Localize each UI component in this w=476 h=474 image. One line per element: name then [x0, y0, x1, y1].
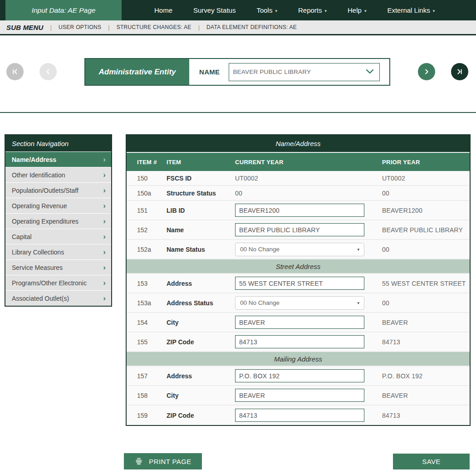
caret-down-icon: ▾	[357, 247, 359, 252]
address-153-input[interactable]	[235, 277, 364, 290]
section-header-mailing-address: Mailing Address	[127, 352, 470, 366]
address-157-input[interactable]	[235, 369, 364, 382]
sub-menu-bar: SUB MENU |USER OPTIONS|STRUCTURE CHANGES…	[0, 20, 476, 35]
prior-year-value: UT0002	[382, 175, 470, 182]
sidebar-item-label: Operating Expenditures	[12, 218, 79, 225]
sidebar-item-label: Operating Revenue	[12, 202, 67, 210]
sidebar-item-label: Population/Outlets/Staff	[12, 187, 79, 194]
item-label: Address	[167, 280, 235, 287]
prior-year-value: BEAVER1200	[382, 207, 470, 214]
sidebar-item-operating-revenue[interactable]: Operating Revenue›	[5, 198, 111, 213]
caret-down-icon: ▾	[357, 301, 359, 305]
name-152-input[interactable]	[235, 223, 364, 236]
table-row-153a: 153aAddress Status00 No Change▾00	[127, 293, 470, 313]
chevron-down-icon	[366, 68, 374, 76]
item-number: 150	[137, 175, 167, 182]
sidebar-item-capital[interactable]: Capital›	[5, 229, 111, 244]
sidebar-item-other-identification[interactable]: Other Identification›	[5, 167, 111, 182]
submenu-separator: |	[198, 24, 200, 31]
city-154-input[interactable]	[235, 316, 364, 329]
city-158-input[interactable]	[235, 389, 364, 402]
previous-record-button[interactable]	[39, 63, 57, 80]
current-year-cell: 00	[235, 189, 382, 197]
chevron-right-icon: ›	[103, 264, 106, 271]
current-year-cell	[235, 369, 382, 382]
current-year-cell	[235, 316, 382, 329]
item-label: ZIP Code	[167, 338, 235, 346]
table-row-157: 157AddressP.O. BOX 192	[127, 366, 470, 386]
item-label: LIB ID	[167, 207, 235, 214]
current-year-cell	[235, 335, 382, 348]
page: Input Data: AE Page HomeSurvey StatusToo…	[0, 0, 476, 474]
last-record-button[interactable]	[451, 63, 468, 80]
table-row-155: 155ZIP Code84713	[127, 332, 470, 352]
column-header-prior-year: PRIOR YEAR	[382, 159, 470, 166]
sidebar-item-service-measures[interactable]: Service Measures›	[5, 259, 111, 275]
entity-name-select[interactable]: BEAVER PUBLIC LIBRARY	[229, 63, 380, 81]
table-row-159: 159ZIP Code84713	[127, 406, 470, 425]
chevron-right-icon: ›	[103, 294, 106, 302]
section-navigation-title: Section Navigation	[5, 135, 111, 151]
item-number: 151	[137, 207, 167, 214]
name-address-table: Name/Address ITEM #ITEMCURRENT YEARPRIOR…	[126, 134, 471, 426]
caret-down-icon: ▾	[433, 9, 435, 13]
save-label: SAVE	[422, 458, 441, 465]
chevron-right-icon	[422, 67, 432, 77]
prior-year-value: 84713	[382, 338, 470, 346]
current-year-value: UT0002	[235, 175, 258, 182]
chevron-right-icon: ›	[103, 186, 106, 194]
skip-to-last-icon	[455, 67, 465, 77]
zip-code-159-input[interactable]	[235, 409, 364, 422]
nav-item-help[interactable]: Help▾	[348, 6, 366, 14]
sidebar-item-population-outlets-staff[interactable]: Population/Outlets/Staff›	[5, 182, 111, 198]
nav-item-external-links[interactable]: External Links▾	[387, 6, 435, 14]
table-row-151: 151LIB IDBEAVER1200	[127, 201, 470, 220]
zip-code-155-input[interactable]	[235, 335, 364, 348]
select-value: 00 No Change	[240, 299, 280, 306]
sidebar-item-operating-expenditures[interactable]: Operating Expenditures›	[5, 213, 111, 229]
item-number: 157	[137, 372, 167, 380]
item-label: FSCS ID	[167, 175, 235, 182]
nav-item-tools[interactable]: Tools▾	[256, 6, 277, 14]
item-number: 150a	[137, 190, 167, 197]
sidebar-item-name-address[interactable]: Name/Address›	[5, 151, 111, 167]
sidebar-item-library-collections[interactable]: Library Collections›	[5, 244, 111, 259]
chevron-right-icon: ›	[103, 171, 106, 179]
sidebar-item-label: Name/Address	[12, 156, 56, 163]
submenu-item-structure-changes-ae[interactable]: STRUCTURE CHANGES: AE	[117, 24, 191, 30]
chevron-right-icon: ›	[103, 248, 106, 256]
sidebar-item-associated-outlet-s[interactable]: Associated Outlet(s)›	[5, 290, 111, 306]
save-button[interactable]: SAVE	[393, 454, 470, 469]
first-record-button[interactable]	[6, 63, 24, 80]
item-number: 159	[137, 412, 167, 419]
chevron-right-icon: ›	[103, 233, 106, 240]
table-row-158: 158CityBEAVER	[127, 386, 470, 406]
table-row-150: 150FSCS IDUT0002UT0002	[127, 171, 470, 186]
prior-year-value: 00	[382, 299, 470, 307]
prior-year-value: BEAVER	[382, 392, 470, 399]
address-status-153a-select[interactable]: 00 No Change▾	[235, 296, 364, 310]
table-row-150a: 150aStructure Status0000	[127, 186, 470, 201]
print-page-button[interactable]: PRINT PAGE	[124, 453, 202, 469]
nav-item-home[interactable]: Home	[154, 6, 172, 14]
nav-item-reports[interactable]: Reports▾	[298, 6, 327, 14]
current-year-cell: UT0002	[235, 174, 382, 182]
nav-item-survey-status[interactable]: Survey Status	[193, 6, 236, 14]
active-page-tab[interactable]: Input Data: AE Page	[5, 0, 122, 20]
submenu-item-data-element-definitions-ae[interactable]: DATA ELEMENT DEFINITIONS: AE	[206, 24, 297, 30]
select-value: 00 No Change	[240, 246, 280, 253]
next-record-button[interactable]	[418, 63, 435, 80]
name-status-152a-select[interactable]: 00 No Change▾	[235, 243, 364, 256]
entity-name-area: NAME BEAVER PUBLIC LIBRARY	[189, 59, 389, 85]
column-header-current-year: CURRENT YEAR	[235, 159, 382, 166]
sidebar-item-programs-other-electronic[interactable]: Programs/Other Electronic›	[5, 275, 111, 290]
chevron-left-icon	[43, 67, 53, 77]
current-year-cell	[235, 409, 382, 422]
submenu-item-user-options[interactable]: USER OPTIONS	[59, 24, 101, 30]
submenu-separator: |	[50, 24, 52, 31]
lib-id-151-input[interactable]	[235, 204, 364, 217]
table-title: Name/Address	[127, 135, 470, 152]
nav-item-label: External Links	[387, 6, 430, 14]
entity-name-value: BEAVER PUBLIC LIBRARY	[233, 68, 311, 75]
sub-menu-title: SUB MENU	[6, 24, 44, 31]
